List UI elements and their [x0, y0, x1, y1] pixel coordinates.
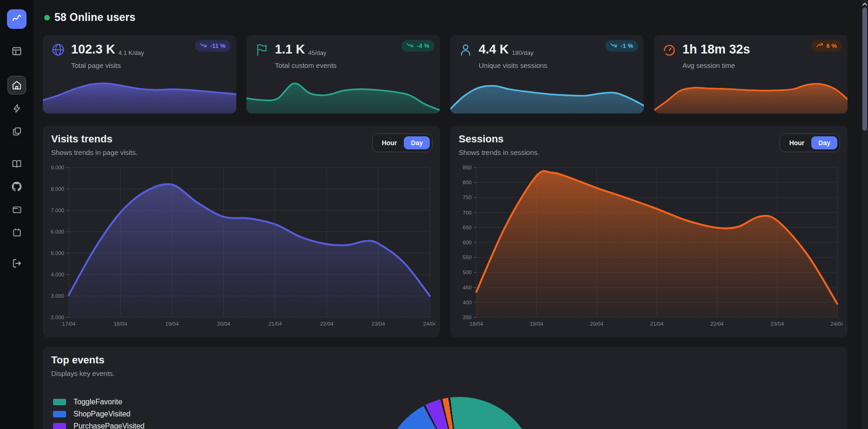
sparkline-chart — [450, 73, 644, 114]
sidebar-item-wallet[interactable] — [7, 200, 26, 219]
svg-text:7.000: 7.000 — [51, 208, 64, 213]
timer-icon — [662, 43, 676, 57]
sidebar-item-docs[interactable] — [7, 154, 26, 173]
home-icon — [11, 80, 22, 91]
sparkline-chart — [654, 73, 848, 114]
pie-legend: ToggleFavorite ShopPageVisited PurchaseP… — [53, 396, 145, 429]
svg-text:550: 550 — [463, 255, 472, 260]
svg-text:22/04: 22/04 — [320, 321, 334, 327]
legend-label: ToggleFavorite — [73, 398, 122, 406]
layout-grid-icon — [11, 46, 22, 57]
svg-text:450: 450 — [463, 285, 472, 290]
svg-text:17/04: 17/04 — [62, 321, 76, 327]
app-logo[interactable] — [7, 9, 27, 29]
sparkline-chart — [43, 73, 236, 114]
sidebar-item-home[interactable] — [7, 76, 26, 94]
svg-text:2.000: 2.000 — [51, 315, 64, 320]
svg-text:19/04: 19/04 — [530, 321, 543, 327]
sidebar-item-pages[interactable] — [7, 122, 26, 141]
sidebar-item-events[interactable] — [7, 99, 26, 118]
svg-text:19/04: 19/04 — [165, 321, 179, 327]
sidebar — [0, 0, 33, 429]
pie-chart[interactable] — [383, 397, 536, 429]
day-toggle-button[interactable]: Day — [811, 136, 837, 149]
trend-down-icon — [200, 42, 207, 49]
book-icon — [11, 158, 22, 169]
stat-value: 1h 18m 32s — [682, 42, 750, 56]
top-events-card: Top events Displays key events. ToggleFa… — [43, 347, 848, 429]
flag-icon — [255, 43, 269, 57]
online-status-dot — [44, 15, 50, 20]
trend-badge-text: -4 % — [417, 42, 429, 49]
visits-interval-toggle: Hour Day — [372, 134, 433, 152]
online-users-count: 58 Online users — [54, 11, 135, 24]
svg-text:5.000: 5.000 — [51, 250, 64, 256]
sessions-chart: 18/0419/0420/0421/0422/0423/0424/0485080… — [455, 162, 843, 333]
svg-text:600: 600 — [463, 240, 472, 245]
sidebar-item-github[interactable] — [7, 177, 26, 196]
stat-label: Avg session time — [654, 57, 848, 69]
svg-text:3.000: 3.000 — [51, 293, 64, 299]
legend-item-shoppagevisited[interactable]: ShopPageVisited — [53, 408, 145, 420]
pages-icon — [12, 126, 22, 137]
user-icon — [459, 43, 473, 57]
legend-label: PurchasePageVisited — [73, 422, 145, 429]
trend-badge-text: 6 % — [827, 42, 837, 49]
visits-trends-chart: 17/0418/0419/0420/0421/0422/0423/0424/04… — [47, 162, 435, 333]
trend-badge: 6 % — [811, 40, 842, 52]
svg-text:350: 350 — [463, 315, 472, 320]
legend-item-togglefavorite[interactable]: ToggleFavorite — [53, 396, 145, 408]
stat-per-day: 45/day — [308, 49, 327, 56]
svg-text:22/04: 22/04 — [710, 321, 724, 327]
legend-label: ShopPageVisited — [73, 410, 130, 418]
svg-text:18/04: 18/04 — [470, 321, 483, 327]
sessions-interval-toggle: Hour Day — [780, 134, 840, 152]
logout-icon — [11, 258, 22, 269]
svg-text:20/04: 20/04 — [217, 321, 230, 327]
trend-down-icon — [407, 42, 414, 49]
wave-logo-icon — [11, 12, 23, 26]
svg-text:23/04: 23/04 — [372, 321, 385, 327]
svg-text:500: 500 — [463, 269, 472, 275]
sidebar-item-dashboard[interactable] — [7, 42, 26, 60]
bolt-icon — [12, 103, 22, 114]
top-events-subtitle: Displays key events. — [43, 366, 848, 377]
scrollbar[interactable] — [861, 0, 868, 429]
svg-text:700: 700 — [463, 210, 472, 215]
trend-badge: -1 % — [605, 40, 638, 52]
globe-icon — [51, 43, 65, 57]
svg-text:18/04: 18/04 — [114, 321, 127, 327]
legend-swatch — [53, 399, 66, 405]
trend-down-icon — [610, 42, 617, 49]
svg-text:9.000: 9.000 — [51, 165, 64, 170]
svg-text:21/04: 21/04 — [650, 321, 664, 327]
sidebar-item-calendar[interactable] — [7, 223, 26, 241]
svg-text:24/04: 24/04 — [423, 321, 435, 327]
scrollbar-thumb[interactable] — [862, 7, 867, 131]
hour-toggle-button[interactable]: Hour — [375, 136, 404, 149]
day-toggle-button[interactable]: Day — [404, 136, 430, 149]
trend-badge-text: -11 % — [210, 42, 226, 49]
svg-text:800: 800 — [463, 180, 472, 185]
svg-text:24/04: 24/04 — [831, 321, 843, 327]
stat-card-page-visits: 102.3 K4.1 K/day Total page visits -11 % — [43, 35, 236, 114]
github-icon — [11, 181, 22, 192]
svg-text:750: 750 — [463, 194, 472, 200]
stat-label: Total page visits — [43, 57, 236, 69]
calendar-icon — [12, 227, 22, 238]
svg-text:6.000: 6.000 — [51, 229, 64, 235]
legend-item-purchasepagevisited[interactable]: PurchasePageVisited — [53, 420, 145, 429]
stat-label: Total custom events — [247, 57, 440, 69]
hour-toggle-button[interactable]: Hour — [782, 136, 812, 149]
stat-value: 102.3 K — [71, 42, 115, 56]
stat-card-unique-sessions: 4.4 K180/day Unique visits sessions -1 % — [450, 35, 644, 114]
stat-per-day: 4.1 K/day — [119, 49, 144, 56]
trend-badge: -11 % — [195, 40, 231, 52]
svg-text:400: 400 — [463, 300, 472, 305]
sidebar-item-logout[interactable] — [7, 254, 26, 273]
scrollbar-up-arrow[interactable] — [861, 1, 868, 7]
trend-badge: -4 % — [401, 40, 434, 52]
stat-value: 4.4 K — [479, 42, 509, 56]
sessions-card: Sessions Shows trends in sessions. Hour … — [450, 126, 848, 337]
svg-text:850: 850 — [463, 165, 472, 170]
